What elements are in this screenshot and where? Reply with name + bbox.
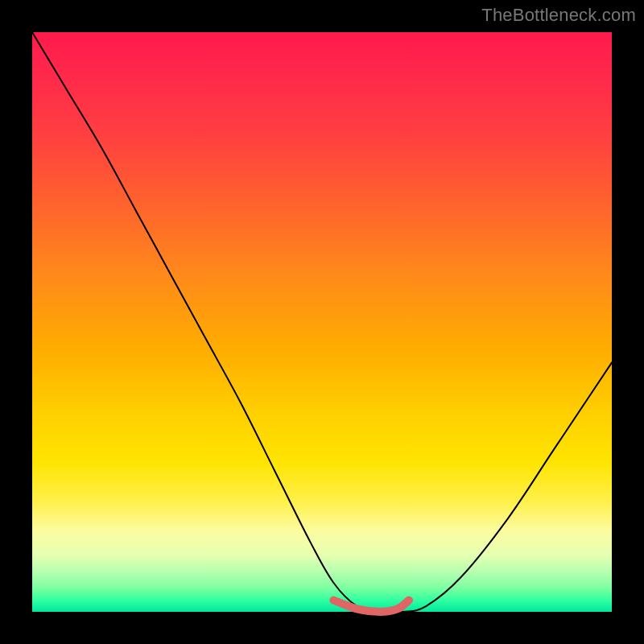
bottleneck-curve <box>32 32 612 613</box>
curve-svg <box>32 32 612 612</box>
chart-frame: TheBottleneck.com <box>0 0 644 644</box>
watermark-text: TheBottleneck.com <box>481 5 636 26</box>
plot-area <box>32 32 612 612</box>
flat-bottom-highlight <box>333 601 409 612</box>
